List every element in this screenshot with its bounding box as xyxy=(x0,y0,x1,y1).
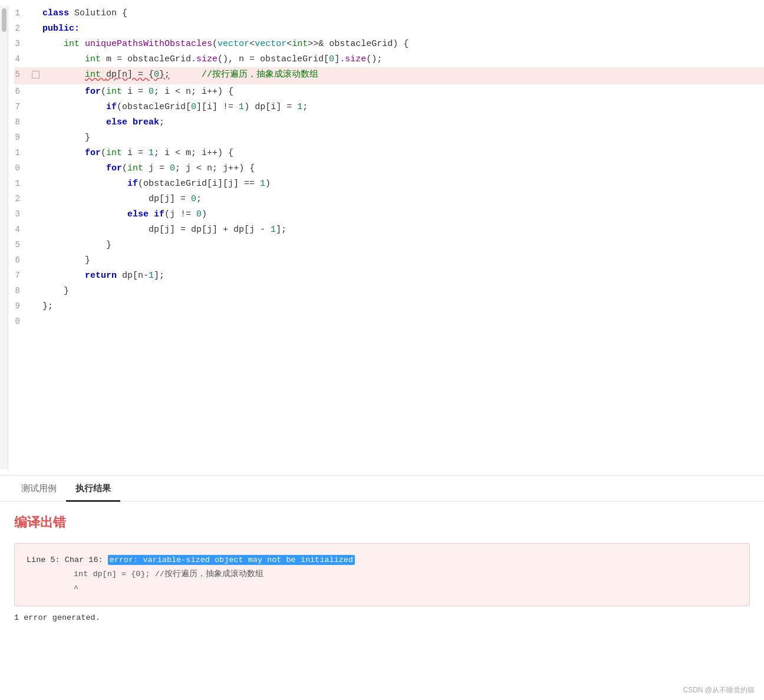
code-line-15: 5 } xyxy=(14,238,764,253)
line-content-13: else if(j != 0) xyxy=(42,207,764,222)
scrollbar[interactable] xyxy=(0,6,8,469)
line-number-17: 7 xyxy=(14,268,32,282)
error-title: 编译出错 xyxy=(14,514,750,531)
line-number-4: 5 xyxy=(14,67,32,81)
line-number-15: 5 xyxy=(14,238,32,252)
error-first-line: Line 5: Char 16: error: variable-sized o… xyxy=(27,553,737,567)
code-line-18: 8 } xyxy=(14,284,764,299)
code-line-14: 4 dp[j] = dp[j] + dp[j - 1]; xyxy=(14,222,764,238)
line-number-0: 1 xyxy=(14,6,32,20)
line-number-10: 0 xyxy=(14,161,32,175)
tab-result[interactable]: 执行结果 xyxy=(66,477,120,502)
line-checkbox-4[interactable] xyxy=(32,67,42,84)
error-box: Line 5: Char 16: error: variable-sized o… xyxy=(14,543,750,606)
code-line-8: 9 } xyxy=(14,130,764,146)
code-line-20: 0 xyxy=(14,314,764,330)
line-content-12: dp[j] = 0; xyxy=(42,192,764,207)
scrollbar-thumb[interactable] xyxy=(2,8,6,32)
line-number-11: 1 xyxy=(14,176,32,190)
line-content-5: for(int i = 0; i < n; i++) { xyxy=(42,84,764,100)
line-number-12: 2 xyxy=(14,192,32,206)
error-highlight: error: variable-sized object may not be … xyxy=(108,555,355,565)
error-caret: ^ xyxy=(27,582,737,596)
code-editor: 1class Solution {2public:3 int uniquePat… xyxy=(0,0,764,476)
line-number-8: 9 xyxy=(14,130,32,144)
code-line-11: 1 if(obstacleGrid[i][j] == 1) xyxy=(14,176,764,192)
error-panel: 编译出错 Line 5: Char 16: error: variable-si… xyxy=(0,502,764,700)
code-line-12: 2 dp[j] = 0; xyxy=(14,192,764,207)
line-content-14: dp[j] = dp[j] + dp[j - 1]; xyxy=(42,222,764,238)
line-content-4: int dp[n] = {0}; //按行遍历，抽象成滚动数组 xyxy=(42,67,764,83)
line-number-3: 4 xyxy=(14,52,32,66)
line-content-6: if(obstacleGrid[0][i] != 1) dp[i] = 1; xyxy=(42,100,764,115)
code-line-13: 3 else if(j != 0) xyxy=(14,207,764,222)
line-content-9: for(int i = 1; i < m; i++) { xyxy=(42,146,764,161)
line-number-19: 9 xyxy=(14,299,32,313)
code-line-4: 5 int dp[n] = {0}; //按行遍历，抽象成滚动数组 xyxy=(14,67,764,84)
line-number-9: 1 xyxy=(14,146,32,160)
line-content-1: public: xyxy=(42,21,764,37)
line-number-6: 7 xyxy=(14,100,32,114)
code-line-5: 6 for(int i = 0; i < n; i++) { xyxy=(14,84,764,100)
code-line-2: 3 int uniquePathsWithObstacles(vector<ve… xyxy=(14,37,764,52)
line-content-7: else break; xyxy=(42,115,764,130)
line-number-13: 3 xyxy=(14,207,32,221)
line-number-20: 0 xyxy=(14,314,32,328)
error-line-label: Line 5: Char 16: xyxy=(27,556,108,564)
code-line-0: 1class Solution { xyxy=(14,6,764,21)
line-number-18: 8 xyxy=(14,284,32,298)
line-content-18: } xyxy=(42,284,764,299)
tab-test-case[interactable]: 测试用例 xyxy=(12,477,66,502)
line-number-16: 6 xyxy=(14,253,32,267)
line-number-2: 3 xyxy=(14,37,32,51)
line-content-10: for(int j = 0; j < n; j++) { xyxy=(42,161,764,176)
code-line-16: 6 } xyxy=(14,253,764,268)
line-number-7: 8 xyxy=(14,115,32,129)
code-line-17: 7 return dp[n-1]; xyxy=(14,268,764,284)
line-content-15: } xyxy=(42,238,764,253)
line-content-19: }; xyxy=(42,299,764,314)
line-content-0: class Solution { xyxy=(42,6,764,21)
code-line-10: 0 for(int j = 0; j < n; j++) { xyxy=(14,161,764,176)
code-line-3: 4 int m = obstacleGrid.size(), n = obsta… xyxy=(14,52,764,67)
line-number-5: 6 xyxy=(14,84,32,98)
line-content-8: } xyxy=(42,130,764,146)
code-line-19: 9}; xyxy=(14,299,764,314)
line-number-14: 4 xyxy=(14,222,32,236)
bottom-panel: 测试用例 执行结果 编译出错 Line 5: Char 16: error: v… xyxy=(0,476,764,700)
code-line-9: 1 for(int i = 1; i < m; i++) { xyxy=(14,146,764,161)
error-code-line: int dp[n] = {0}; //按行遍历，抽象成滚动数组 xyxy=(27,567,737,581)
line-content-3: int m = obstacleGrid.size(), n = obstacl… xyxy=(42,52,764,67)
code-line-1: 2public: xyxy=(14,21,764,37)
line-number-1: 2 xyxy=(14,21,32,35)
code-line-7: 8 else break; xyxy=(14,115,764,130)
line-content-16: } xyxy=(42,253,764,268)
tabs-row: 测试用例 执行结果 xyxy=(0,476,764,502)
line-content-2: int uniquePathsWithObstacles(vector<vect… xyxy=(42,37,764,52)
line-content-17: return dp[n-1]; xyxy=(42,268,764,284)
error-count: 1 error generated. xyxy=(14,613,750,622)
code-line-6: 7 if(obstacleGrid[0][i] != 1) dp[i] = 1; xyxy=(14,100,764,115)
main-container: 1class Solution {2public:3 int uniquePat… xyxy=(0,0,764,700)
line-content-11: if(obstacleGrid[i][j] == 1) xyxy=(42,176,764,192)
watermark: CSDN @从不睡觉的猫 xyxy=(683,685,755,695)
code-content: 1class Solution {2public:3 int uniquePat… xyxy=(8,6,764,469)
